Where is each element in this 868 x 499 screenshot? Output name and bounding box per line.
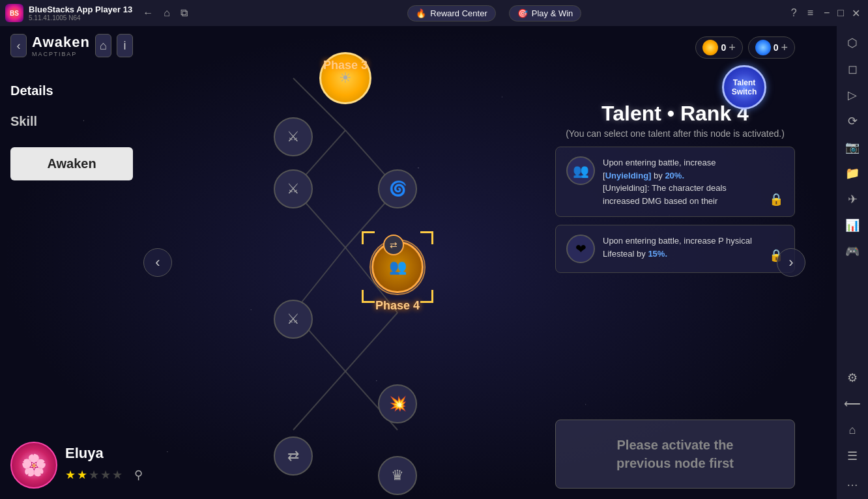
character-search-button[interactable]: ⚲ xyxy=(128,464,149,485)
sidebar-icon-12[interactable]: ⌂ xyxy=(841,418,864,442)
back-nav-icon[interactable]: ← xyxy=(143,7,153,19)
nav-controls: ← ⌂ ⧉ xyxy=(132,7,198,19)
maximize-btn[interactable]: □ xyxy=(837,7,844,20)
title-bar-center: 🔥 Reward Center 🎯 Play & Win xyxy=(198,5,791,21)
window-controls: − □ ✕ xyxy=(824,7,860,20)
nav-skill[interactable]: Skill xyxy=(10,109,133,134)
talent-1-text: Upon entering battle, increase [Unyieldi… xyxy=(603,156,760,207)
phase3-label: Phase 3 xyxy=(323,59,368,72)
app-title: BlueStacks App Player 13 xyxy=(29,5,132,14)
currency-row: 0 + 0 + xyxy=(555,36,795,59)
sidebar-icon-1[interactable]: ⬡ xyxy=(841,31,864,55)
nav-details[interactable]: Details xyxy=(10,78,133,104)
character-stars-row: ★ ★ ★ ★ ★ ⚲ xyxy=(65,464,149,485)
panel-header: ‹ Awaken МАСРТІВАР ⌂ i xyxy=(0,26,143,65)
play-win-btn[interactable]: 🎯 Play & Win xyxy=(509,5,582,21)
sword-icon-3: ⚔ xyxy=(287,311,300,328)
help-icon[interactable]: ? xyxy=(791,7,797,19)
talent-switch-button[interactable]: Talent Switch xyxy=(722,65,766,109)
talent-title-area: Talent • Rank 4 (You can select one tale… xyxy=(555,102,795,139)
awaken-logo: Awaken МАСРТІВАР xyxy=(32,34,90,57)
crown-node[interactable]: ♛ xyxy=(378,456,417,495)
play-icon: 🎯 xyxy=(517,8,528,18)
talent-1-lock-icon: 🔒 xyxy=(768,192,784,207)
sidebar-icon-10[interactable]: ⚙ xyxy=(841,366,864,390)
star-1: ★ xyxy=(65,468,76,482)
sword-node-3[interactable]: ⚔ xyxy=(274,300,313,339)
menu-icon[interactable]: ≡ xyxy=(807,7,813,19)
blue-gem-icon xyxy=(755,40,771,55)
talent-option-1[interactable]: 👥 Upon entering battle, increase [Unyiel… xyxy=(555,147,795,217)
title-bar-left: BS BlueStacks App Player 13 5.11.41.1005… xyxy=(0,4,132,22)
character-info: Eluya ★ ★ ★ ★ ★ ⚲ xyxy=(65,445,149,485)
nav-next-button[interactable]: › xyxy=(777,248,805,277)
character-avatar: 🌸 xyxy=(10,442,57,489)
star-4: ★ xyxy=(100,468,111,482)
phase4-label: Phase 4 xyxy=(375,299,420,313)
swirl-node[interactable]: 🌀 xyxy=(378,169,417,208)
sidebar-icon-8[interactable]: 📊 xyxy=(841,214,864,237)
back-button[interactable]: ‹ xyxy=(10,34,27,57)
info-button[interactable]: i xyxy=(117,34,133,57)
awaken-button[interactable]: Awaken xyxy=(10,147,133,180)
sidebar-icon-11[interactable]: ⟵ xyxy=(841,392,864,416)
sidebar-icon-2[interactable]: ◻ xyxy=(841,57,864,81)
add-blue-button[interactable]: + xyxy=(781,41,788,55)
nav-prev-button[interactable]: ‹ xyxy=(143,248,172,277)
sidebar-icon-6[interactable]: 📁 xyxy=(841,162,864,185)
gold-value: 0 xyxy=(721,42,726,53)
title-bar-text: BlueStacks App Player 13 5.11.41.1005 N6… xyxy=(29,5,132,21)
sidebar-icon-5[interactable]: 📷 xyxy=(841,135,864,159)
title-bar: BS BlueStacks App Player 13 5.11.41.1005… xyxy=(0,0,868,26)
game-area: ‹ Awaken МАСРТІВАР ⌂ i Details Skill Awa… xyxy=(0,26,837,499)
sword-icon-2: ⚔ xyxy=(287,180,300,197)
home-button[interactable]: ⌂ xyxy=(95,34,111,57)
crown-icon: ♛ xyxy=(391,467,404,484)
sword-node-1[interactable]: ⚔ xyxy=(274,117,313,156)
explosion-icon: 💥 xyxy=(389,395,407,412)
talent-1-icon: 👥 xyxy=(566,156,595,185)
left-navigation: Details Skill xyxy=(0,65,143,147)
sidebar-icon-3[interactable]: ▷ xyxy=(841,83,864,107)
minimize-btn[interactable]: − xyxy=(824,7,830,20)
talent-subtitle: (You can select one talent after this no… xyxy=(555,128,795,139)
tabs-nav-icon[interactable]: ⧉ xyxy=(181,7,188,19)
talent-option-2[interactable]: ❤ Upon entering battle, increase P hysic… xyxy=(555,225,795,273)
swap-icon[interactable]: ⇄ xyxy=(383,235,404,255)
svg-line-9 xyxy=(293,371,345,430)
talent-2-text: Upon entering battle, increase P hysical… xyxy=(603,235,760,260)
sidebar-icon-7[interactable]: ✈ xyxy=(841,188,864,211)
bluestacks-logo: BS xyxy=(5,4,23,22)
close-btn[interactable]: ✕ xyxy=(852,7,860,20)
right-sidebar: ⬡ ◻ ▷ ⟳ 📷 📁 ✈ 📊 🎮 ⚙ ⟵ ⌂ ☰ … xyxy=(837,26,868,499)
gold-gem-icon xyxy=(702,40,718,55)
character-area: 🌸 Eluya ★ ★ ★ ★ ★ ⚲ xyxy=(0,431,159,499)
sword-node-2[interactable]: ⚔ xyxy=(274,169,313,208)
sidebar-icon-13[interactable]: ☰ xyxy=(841,444,864,468)
reward-icon: 🔥 xyxy=(416,8,426,18)
swap-icon-bottom: ⇄ xyxy=(287,448,299,464)
home-nav-icon[interactable]: ⌂ xyxy=(164,7,170,19)
left-panel: ‹ Awaken МАСРТІВАР ⌂ i Details Skill Awa… xyxy=(0,26,143,499)
activate-button[interactable]: Please activate the previous node first xyxy=(555,420,795,489)
character-stars: ★ ★ ★ ★ ★ xyxy=(65,468,123,482)
talent-rank-title: Talent • Rank 4 xyxy=(555,102,795,126)
sidebar-icon-9[interactable]: 🎮 xyxy=(841,240,864,263)
sidebar-icon-4[interactable]: ⟳ xyxy=(841,109,864,133)
talent-2-icon: ❤ xyxy=(566,235,595,263)
explosion-node[interactable]: 💥 xyxy=(378,384,417,423)
reward-center-btn[interactable]: 🔥 Reward Center xyxy=(407,5,495,21)
star-5: ★ xyxy=(112,468,123,482)
add-gold-button[interactable]: + xyxy=(729,41,736,55)
right-panel: 0 + 0 + Talent Switch Talent • Rank 4 (Y… xyxy=(545,26,805,499)
star-2: ★ xyxy=(77,468,87,482)
currency-gold: 0 + xyxy=(695,36,742,59)
character-name: Eluya xyxy=(65,445,149,462)
sidebar-icon-14[interactable]: … xyxy=(841,470,864,494)
svg-line-8 xyxy=(345,313,398,371)
sword-icon-1: ⚔ xyxy=(287,128,300,145)
skill-tree-area: Phase 3 ☀ ⚔ 🌀 ⚔ ⇄ xyxy=(163,26,528,499)
swap-node-bottom[interactable]: ⇄ xyxy=(274,436,313,476)
swirl-icon: 🌀 xyxy=(389,180,407,197)
phase4-node-icon: 👥 xyxy=(389,259,407,276)
